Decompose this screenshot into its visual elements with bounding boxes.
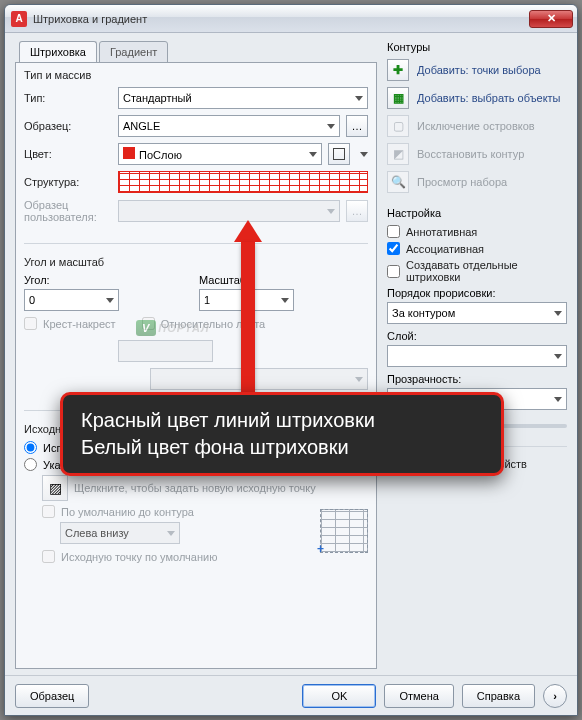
corner-dropdown: Слева внизу	[60, 522, 180, 544]
draw-order-dropdown[interactable]: За контуром	[387, 302, 567, 324]
view-select-link: Просмотр набора	[417, 176, 567, 188]
ok-button[interactable]: OK	[302, 684, 376, 708]
structure-label: Структура:	[24, 176, 112, 188]
callout-line-1: Красный цвет линий штриховки	[81, 407, 483, 434]
annotative-checkbox[interactable]: Аннотативная	[387, 225, 567, 238]
pattern-browse-button[interactable]: …	[346, 115, 368, 137]
tab-strip: Штриховка Градиент	[15, 41, 377, 63]
contours-title: Контуры	[387, 41, 567, 53]
color-swatch-icon	[123, 147, 135, 159]
chevron-down-icon	[281, 298, 289, 303]
chevron-down-icon	[554, 354, 562, 359]
preview-button[interactable]: Образец	[15, 684, 89, 708]
background-color-button[interactable]	[328, 143, 350, 165]
group-type: Тип и массив Тип: Стандартный Образец: A…	[24, 69, 368, 235]
layer-label: Слой:	[387, 330, 567, 342]
color-label: Цвет:	[24, 148, 112, 160]
type-label: Тип:	[24, 92, 112, 104]
group-angle-scale: Угол и масштаб Угол: 0 Масштаб: 1 Крест-…	[24, 256, 368, 402]
remove-islands-icon: ▢	[387, 115, 409, 137]
user-pattern-label: Образец пользователя:	[24, 199, 112, 223]
select-objects-icon[interactable]: ▦	[387, 87, 409, 109]
transparency-label: Прозрачность:	[387, 373, 567, 385]
pick-points-link[interactable]: Добавить: точки выбора	[417, 64, 567, 76]
view-select-icon: 🔍	[387, 171, 409, 193]
pick-points-icon[interactable]: ✚	[387, 59, 409, 81]
select-objects-link[interactable]: Добавить: выбрать объекты	[417, 92, 567, 104]
settings-title: Настройка	[387, 207, 567, 219]
color-dropdown[interactable]: ПоСлою	[118, 143, 322, 165]
pattern-label: Образец:	[24, 120, 112, 132]
crosshatch-checkbox: Крест-накрест	[24, 317, 116, 330]
relative-paper-checkbox: Относительно листа	[142, 317, 266, 330]
origin-preview-icon	[320, 509, 368, 553]
user-pattern-browse-button: …	[346, 200, 368, 222]
help-button[interactable]: Справка	[462, 684, 535, 708]
chevron-down-icon	[554, 311, 562, 316]
pick-origin-hint: Щелкните, чтобы задать новую исходную то…	[74, 482, 316, 494]
angle-dropdown[interactable]: 0	[24, 289, 119, 311]
draw-order-label: Порядок прорисовки:	[387, 287, 567, 299]
recreate-link: Восстановить контур	[417, 148, 567, 160]
pick-origin-button: ▨	[42, 475, 68, 501]
tab-gradient[interactable]: Градиент	[99, 41, 168, 63]
remove-islands-link: Исключение островков	[417, 120, 567, 132]
separate-checkbox[interactable]: Создавать отдельные штриховки	[387, 259, 567, 283]
expand-button[interactable]: ›	[543, 684, 567, 708]
dialog-window: A Штриховка и градиент ✕ Штриховка Гради…	[4, 4, 578, 716]
footer: Образец OK Отмена Справка ›	[5, 675, 577, 715]
chevron-down-icon	[327, 209, 335, 214]
recreate-icon: ◩	[387, 143, 409, 165]
annotation-callout: Красный цвет линий штриховки Белый цвет …	[60, 392, 504, 476]
close-button[interactable]: ✕	[529, 10, 573, 28]
associative-checkbox[interactable]: Ассоциативная	[387, 242, 567, 255]
scale-label: Масштаб:	[199, 274, 368, 286]
iso-pen-dropdown	[150, 368, 368, 390]
chevron-down-icon	[355, 96, 363, 101]
window-title: Штриховка и градиент	[33, 13, 529, 25]
cancel-button[interactable]: Отмена	[384, 684, 453, 708]
group-angle-title: Угол и масштаб	[24, 256, 368, 268]
chevron-down-icon	[360, 152, 368, 157]
chevron-down-icon	[167, 531, 175, 536]
spacing-input	[118, 340, 213, 362]
hatch-panel: Тип и массив Тип: Стандартный Образец: A…	[15, 62, 377, 669]
chevron-down-icon	[106, 298, 114, 303]
layer-dropdown[interactable]	[387, 345, 567, 367]
titlebar: A Штриховка и градиент ✕	[5, 5, 577, 33]
tab-hatch[interactable]: Штриховка	[19, 41, 97, 63]
app-icon: A	[11, 11, 27, 27]
scale-dropdown[interactable]: 1	[199, 289, 294, 311]
type-dropdown[interactable]: Стандартный	[118, 87, 368, 109]
user-pattern-dropdown	[118, 200, 340, 222]
angle-label: Угол:	[24, 274, 193, 286]
group-type-title: Тип и массив	[24, 69, 368, 81]
callout-line-2: Белый цвет фона штриховки	[81, 434, 483, 461]
group-contours: Контуры ✚Добавить: точки выбора ▦Добавит…	[387, 41, 567, 199]
chevron-down-icon	[554, 397, 562, 402]
chevron-down-icon	[327, 124, 335, 129]
chevron-down-icon	[355, 377, 363, 382]
structure-preview[interactable]	[118, 171, 368, 193]
pattern-dropdown[interactable]: ANGLE	[118, 115, 340, 137]
chevron-down-icon	[309, 152, 317, 157]
